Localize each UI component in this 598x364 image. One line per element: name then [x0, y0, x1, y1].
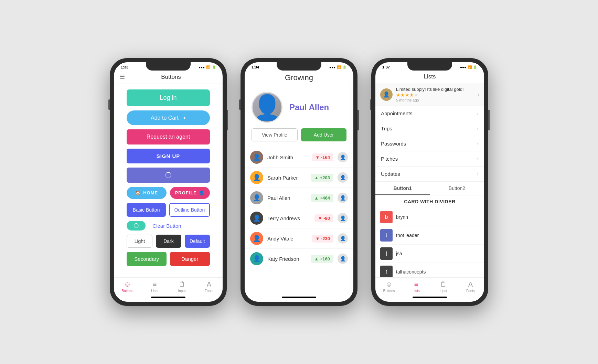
notch-1: [146, 62, 191, 71]
add-user-button[interactable]: Add User: [301, 128, 346, 141]
user-row-1: 👤 Johh Smith ▼ -164 👤: [245, 147, 353, 168]
user-row-2: 👤 Sarah Parker ▲ +203 👤: [245, 168, 353, 188]
signup-button[interactable]: SIGN UP: [127, 149, 210, 163]
phone1: 1:33 ●●● 📶 🔋 ☰ Buttons Log in Add to Car…: [110, 58, 227, 306]
user-name-4: Terry Andrews: [267, 215, 310, 221]
wifi-icon-2: 📶: [337, 65, 341, 69]
app-title: Growing: [285, 73, 313, 82]
nav-item-appointments[interactable]: Appointments ›: [375, 106, 484, 121]
light-dark-row: Light Dark Default: [127, 235, 210, 248]
user-name-5: Andy Vitale: [267, 236, 308, 242]
user-avatar-4: 👤: [250, 212, 263, 225]
user-action-4[interactable]: 👤: [338, 213, 348, 223]
growing-header: Growing: [245, 71, 353, 86]
tab-buttons-1[interactable]: ☺ Buttons: [114, 280, 141, 293]
battery-icon-3: 🔋: [473, 65, 477, 69]
home-bar-3: [375, 294, 484, 302]
toggle-button[interactable]: [127, 221, 146, 231]
login-button[interactable]: Log in: [127, 89, 210, 106]
card-tab-button2[interactable]: Button2: [430, 182, 484, 195]
review-banner[interactable]: 👤 Limited supply! Its like digital gold!…: [375, 83, 484, 106]
user-name-2: Sarah Parker: [267, 175, 307, 181]
user-avatar-5: 👤: [250, 232, 263, 245]
user-action-3[interactable]: 👤: [338, 193, 348, 203]
user-row-3: 👤 Paul Allen ▲ +464 👤: [245, 188, 353, 208]
home-bar-1: [114, 294, 223, 302]
light-button[interactable]: Light: [127, 235, 152, 248]
user-avatar-2: 👤: [250, 171, 263, 184]
tab3-lists-label: Lists: [413, 289, 420, 293]
user-name-6: Katy Friedson: [267, 256, 307, 262]
status-bar-3: 1:37 ●●● 📶 🔋: [375, 62, 484, 71]
chevron-appointments: ›: [477, 111, 479, 116]
notch-2: [277, 62, 321, 71]
tab-lists-3[interactable]: ≡ Lists: [403, 280, 430, 293]
profile-button[interactable]: PROFILE 👤: [170, 187, 210, 199]
danger-button[interactable]: Danger: [170, 252, 210, 266]
spinner-icon: [165, 172, 171, 178]
review-title: Limited supply! Its like digital gold!: [396, 87, 474, 92]
smile-icon: ☺: [124, 280, 131, 288]
tab-fonts-3[interactable]: A Fonts: [457, 280, 484, 293]
tab-label-buttons: Buttons: [122, 289, 134, 293]
wifi-icon: 📶: [206, 65, 210, 69]
tab-bar-3: ☺ Buttons ≡ Lists 🗒 Input A Fonts: [375, 277, 484, 294]
card-tab-button1[interactable]: Button1: [375, 182, 430, 195]
user-avatar-1: 👤: [250, 151, 263, 164]
user-row-6: 👤 Katy Friedson ▲ +160 👤: [245, 249, 353, 269]
home-icon: 🏠: [135, 190, 141, 195]
tab-input-3[interactable]: 🗒 Input: [430, 280, 457, 293]
status-icons-1: ●●● 📶 🔋: [199, 65, 216, 69]
cart-label: Add to Cart: [151, 115, 179, 121]
secondary-button[interactable]: Secondary: [127, 252, 167, 266]
profile-buttons: View Profile Add User: [245, 128, 353, 147]
tab-label-input: Input: [178, 289, 185, 293]
loading-button[interactable]: [127, 168, 210, 183]
basic-button[interactable]: Basic Button: [127, 203, 166, 217]
review-stars-row: ★★★★★: [396, 92, 474, 98]
card-user-name-4: talhaconcepts: [396, 269, 426, 275]
view-profile-button[interactable]: View Profile: [252, 128, 298, 141]
hamburger-icon[interactable]: ☰: [119, 73, 125, 81]
tab-fonts-1[interactable]: A Fonts: [195, 280, 223, 293]
nav-item-updates[interactable]: Updates ›: [375, 167, 484, 182]
outline-button[interactable]: Outline Button: [169, 203, 210, 217]
notch-3: [407, 62, 452, 71]
signal-icon-2: ●●●: [329, 65, 335, 69]
dark-button[interactable]: Dark: [156, 235, 181, 248]
user-row-4: 👤 Terry Andrews ▼ -80 👤: [245, 208, 353, 228]
default-button[interactable]: Default: [185, 235, 210, 248]
card-user-row-4: t talhaconcepts: [375, 263, 484, 277]
clear-button[interactable]: Clear Button: [152, 223, 181, 229]
tab-buttons-3[interactable]: ☺ Buttons: [375, 280, 403, 293]
tab-lists-1[interactable]: ≡ Lists: [141, 280, 168, 293]
agent-button[interactable]: Request an agent: [127, 129, 210, 144]
signal-icon-3: ●●●: [460, 65, 466, 69]
cart-button[interactable]: Add to Cart ➜: [127, 110, 210, 125]
tab3-fonts-label: Fonts: [466, 289, 475, 293]
user-action-5[interactable]: 👤: [338, 233, 348, 244]
toggle-spinner-icon: [134, 223, 139, 228]
user-score-5: ▼ -230: [312, 235, 334, 243]
nav-item-passwords[interactable]: Passwords ›: [375, 136, 484, 151]
user-action-2[interactable]: 👤: [338, 172, 348, 183]
nav-item-pitches[interactable]: Pitches ›: [375, 151, 484, 167]
status-bar-2: 1:34 ●●● 📶 🔋: [245, 62, 353, 71]
tab-input-1[interactable]: 🗒 Input: [168, 280, 195, 293]
stars-icon: ★★★★★: [396, 92, 418, 98]
home-button[interactable]: 🏠 HOME: [127, 187, 167, 199]
home-label: HOME: [143, 190, 158, 195]
chevron-passwords: ›: [477, 141, 479, 147]
nav-item-trips[interactable]: Trips ›: [375, 121, 484, 136]
card-user-row-3: j jsa: [375, 245, 484, 263]
user-score-4: ▼ -80: [314, 214, 333, 222]
user-action-6[interactable]: 👤: [338, 254, 348, 264]
profile-name: Paul Allen: [289, 103, 329, 112]
battery-icon-2: 🔋: [342, 65, 346, 69]
user-action-1[interactable]: 👤: [338, 152, 348, 162]
list-icon-3: ≡: [414, 280, 418, 288]
nav-label-appointments: Appointments: [381, 110, 413, 116]
user-score-3: ▲ +464: [311, 194, 333, 202]
review-chevron-icon: ›: [478, 92, 479, 97]
tab-bar-1: ☺ Buttons ≡ Lists 🗒 Input A Fonts: [114, 277, 223, 294]
